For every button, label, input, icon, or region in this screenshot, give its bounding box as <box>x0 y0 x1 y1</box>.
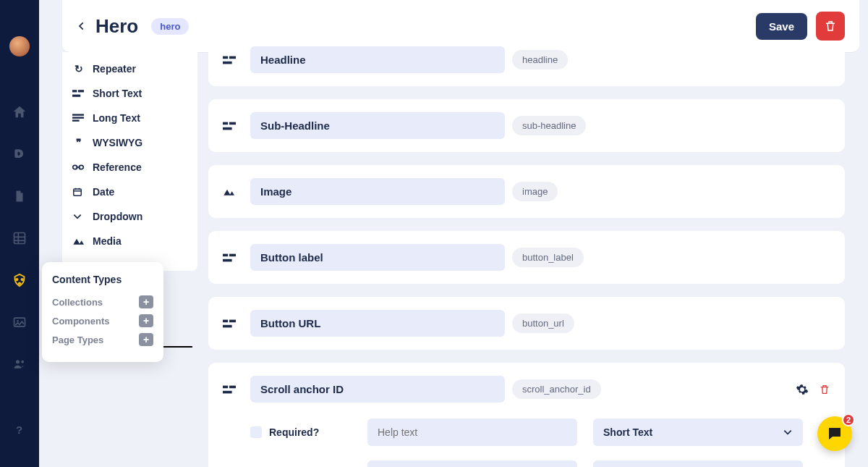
save-button[interactable]: Save <box>756 13 807 40</box>
field-type-wysiwyg[interactable]: ❞ WYSIWYG <box>62 130 197 155</box>
field-slug: image <box>512 182 558 201</box>
chat-badge: 2 <box>842 413 855 426</box>
svg-rect-34 <box>223 127 232 130</box>
grid-icon[interactable] <box>12 230 27 246</box>
chat-launcher[interactable]: 2 <box>817 416 852 451</box>
drag-handle-icon[interactable] <box>223 385 240 394</box>
field-slug: sub-headline <box>512 116 586 135</box>
delete-button[interactable] <box>816 12 845 41</box>
field-slug: button_label <box>512 248 584 267</box>
add-page-type-button[interactable]: + <box>139 333 153 346</box>
help-text-input[interactable] <box>367 418 577 446</box>
calendar-icon <box>72 187 85 197</box>
users-icon[interactable] <box>12 356 27 372</box>
field-slug: scroll_anchor_id <box>512 379 601 399</box>
svg-rect-37 <box>223 253 228 256</box>
drag-handle-icon[interactable] <box>223 319 240 328</box>
svg-rect-14 <box>72 95 80 97</box>
field-row[interactable]: Button label button_label <box>208 231 845 284</box>
field-label: Sub-Headline <box>250 112 505 139</box>
field-type-reference[interactable]: Reference <box>62 155 197 180</box>
field-label: Scroll anchor ID <box>250 376 505 403</box>
svg-rect-38 <box>229 253 236 256</box>
svg-rect-31 <box>223 61 232 64</box>
add-component-button[interactable]: + <box>139 314 153 327</box>
svg-rect-16 <box>72 117 84 118</box>
drag-handle-icon[interactable] <box>223 188 240 196</box>
field-label: Button URL <box>250 310 505 337</box>
trash-icon[interactable] <box>819 384 830 395</box>
field-label: Headline <box>250 46 505 73</box>
field-row[interactable]: Button URL button_url <box>208 297 845 350</box>
svg-rect-32 <box>223 122 228 125</box>
svg-point-8 <box>17 320 19 322</box>
help-icon[interactable]: ? <box>12 422 27 438</box>
svg-point-6 <box>18 282 21 285</box>
page-title: Hero <box>95 15 138 38</box>
field-types-panel: ↻ Repeater Short Text Long Text ❞ WYSIWY… <box>62 52 197 271</box>
svg-rect-44 <box>229 385 236 388</box>
content-types-icon[interactable] <box>12 272 27 288</box>
drag-handle-icon[interactable] <box>223 253 240 262</box>
field-row[interactable]: Image image <box>208 165 845 218</box>
slug-badge: hero <box>151 18 189 35</box>
field-type-dropdown[interactable]: Dropdown <box>62 204 197 229</box>
back-button[interactable] <box>77 21 87 31</box>
field-type-date[interactable]: Date <box>62 180 197 204</box>
svg-rect-17 <box>72 119 80 121</box>
max-length-input[interactable] <box>593 460 803 467</box>
field-type-media[interactable]: Media <box>62 229 197 253</box>
field-type-short-text[interactable]: Short Text <box>62 81 197 106</box>
svg-point-5 <box>21 278 24 281</box>
link-icon <box>72 163 85 172</box>
svg-rect-43 <box>223 385 228 388</box>
svg-rect-40 <box>223 319 228 322</box>
home-icon[interactable] <box>12 104 27 120</box>
blog-icon[interactable] <box>12 146 27 162</box>
field-label: Button label <box>250 244 505 271</box>
long-text-icon <box>72 114 85 122</box>
field-slug: headline <box>512 50 568 70</box>
popover-row-collections[interactable]: Collections + <box>52 295 153 308</box>
svg-marker-25 <box>73 239 80 245</box>
images-icon[interactable] <box>12 314 27 330</box>
popover-row-page-types[interactable]: Page Types + <box>52 333 153 346</box>
svg-text:?: ? <box>16 424 22 436</box>
field-type-long-text[interactable]: Long Text <box>62 106 197 130</box>
min-length-input[interactable] <box>367 460 577 467</box>
drag-handle-icon[interactable] <box>223 122 240 130</box>
chevron-down-icon <box>783 429 793 436</box>
required-checkbox[interactable] <box>250 426 262 438</box>
svg-rect-0 <box>14 233 25 244</box>
field-row[interactable]: Headline headline <box>208 42 845 86</box>
add-collection-button[interactable]: + <box>139 295 153 308</box>
svg-rect-45 <box>223 390 232 393</box>
field-type-repeater[interactable]: ↻ Repeater <box>62 56 197 81</box>
svg-marker-26 <box>79 240 84 244</box>
popover-row-components[interactable]: Components + <box>52 314 153 327</box>
type-select[interactable]: Short Text <box>593 418 803 446</box>
document-icon[interactable] <box>12 188 27 204</box>
nav-rail: ? <box>0 0 39 467</box>
short-text-icon <box>72 90 85 97</box>
svg-point-4 <box>15 278 18 281</box>
chevron-down-icon <box>72 213 85 220</box>
field-slug: button_url <box>512 314 574 333</box>
svg-rect-41 <box>229 319 236 322</box>
svg-rect-15 <box>72 114 84 115</box>
field-row[interactable]: Sub-Headline sub-headline <box>208 99 845 152</box>
popover-title: Content Types <box>52 274 153 285</box>
svg-rect-12 <box>72 90 77 92</box>
gear-icon[interactable] <box>796 383 809 396</box>
fields-list: Headline headline Sub-Headline sub-headl… <box>208 42 845 467</box>
svg-rect-21 <box>74 189 82 195</box>
drag-handle-icon[interactable] <box>223 56 240 64</box>
svg-rect-29 <box>223 56 228 59</box>
svg-marker-35 <box>224 189 230 195</box>
required-label: Required? <box>250 426 352 438</box>
svg-rect-42 <box>223 324 232 327</box>
svg-rect-30 <box>229 56 236 59</box>
svg-point-10 <box>21 361 24 363</box>
avatar[interactable] <box>9 36 30 56</box>
quotes-icon: ❞ <box>72 137 85 148</box>
